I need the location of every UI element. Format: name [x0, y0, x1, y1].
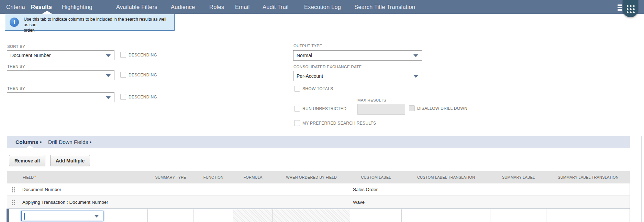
col-header-summary-label: SUMMARY LABEL [490, 171, 546, 183]
drag-handle-icon[interactable] [11, 187, 15, 192]
cell-custom-label-translation[interactable] [402, 209, 490, 222]
col-header-custom-label-translation: CUSTOM LABEL TRANSLATION [402, 171, 490, 183]
table-row[interactable]: Document Number Sales Order [7, 183, 630, 195]
subtab-drill-down-fields[interactable]: Drill Down Fields• [48, 136, 91, 148]
col-header-when-ordered-by-field: WHEN ORDERED BY FIELD [273, 171, 350, 183]
scrollbar-edge [641, 136, 642, 222]
show-totals-row: SHOW TOTALS [294, 86, 333, 92]
active-tab-caret-icon [42, 11, 52, 14]
disallow-drill-down-row: DISALLOW DRILL DOWN [409, 105, 467, 111]
then-by-label: THEN BY [7, 64, 25, 68]
cell-when-ordered-disabled [273, 209, 350, 222]
drag-handle-icon[interactable] [11, 199, 15, 205]
info-banner: i Use this tab to indicate columns to be… [5, 14, 175, 31]
my-preferred-search-results-label: MY PREFERRED SEARCH RESULTS [302, 121, 376, 126]
sort-by-dropdown[interactable]: Document Number [7, 50, 114, 60]
show-totals-label: SHOW TOTALS [302, 86, 333, 91]
my-preferred-search-results-checkbox[interactable] [294, 120, 300, 126]
tab-search-title-translation[interactable]: Search Title Translation [354, 0, 415, 14]
tab-email[interactable]: Email [235, 0, 249, 14]
remove-all-button[interactable]: Remove all [9, 155, 45, 166]
cell-summary-type[interactable] [148, 209, 193, 222]
required-asterisk: * [34, 175, 36, 180]
info-icon: i [10, 18, 19, 27]
edit-row-marker [7, 209, 9, 222]
tab-highlighting[interactable]: Highlighting [62, 0, 92, 14]
cell-custom-label[interactable]: Wave [350, 196, 402, 209]
descending-checkbox[interactable] [120, 52, 126, 58]
tab-bar: Criteria Results Highlighting Available … [0, 0, 644, 14]
max-results-label: MAX RESULTS [357, 98, 386, 102]
subtab-bar: Columns• Drill Down Fields• [7, 136, 630, 148]
sort-by-label: SORT BY [7, 44, 25, 49]
table-edit-row[interactable] [7, 209, 630, 222]
table-header-row: FIELD* SUMMARY TYPE FUNCTION FORMULA WHE… [7, 171, 630, 183]
tab-available-filters[interactable]: Available Filters [116, 0, 157, 14]
then-by-label: THEN BY [7, 86, 25, 91]
bullet: • [90, 139, 91, 145]
descending-checkbox[interactable] [120, 72, 126, 78]
col-header-summary-label-translation: SUMMARY LABEL TRANSLATION [546, 171, 630, 183]
tab-roles[interactable]: Roles [209, 0, 224, 14]
menu-lines-icon[interactable] [618, 4, 622, 12]
add-multiple-button[interactable]: Add Multiple [50, 155, 90, 166]
disallow-drill-down-checkbox[interactable] [409, 105, 415, 111]
descending-label: DESCENDING [129, 73, 157, 77]
cell-summary-label-translation[interactable] [546, 209, 630, 222]
then-by-dropdown-1[interactable] [7, 70, 114, 80]
bullet: • [40, 139, 42, 145]
tab-criteria[interactable]: Criteria [6, 0, 25, 14]
columns-table: FIELD* SUMMARY TYPE FUNCTION FORMULA WHE… [7, 171, 630, 222]
text-cursor [24, 213, 25, 220]
disallow-drill-down-label: DISALLOW DRILL DOWN [417, 106, 467, 111]
max-results-input[interactable] [357, 104, 405, 115]
cell-summary-label[interactable] [490, 209, 546, 222]
cell-function[interactable] [193, 209, 233, 222]
cell-field[interactable]: Applying Transaction : Document Number [20, 196, 148, 209]
show-totals-checkbox[interactable] [294, 86, 300, 92]
run-unrestricted-checkbox[interactable] [294, 106, 300, 112]
tab-audit-trail[interactable]: Audit Trail [263, 0, 289, 14]
sort-by-descending-row: DESCENDING [120, 52, 157, 58]
my-preferred-search-results-row: MY PREFERRED SEARCH RESULTS [294, 120, 376, 126]
cell-custom-label[interactable] [350, 209, 402, 222]
info-banner-text: Use this tab to indicate columns to be i… [24, 17, 171, 33]
descending-label: DESCENDING [129, 53, 157, 57]
output-type-label: OUTPUT TYPE [293, 44, 322, 48]
active-subtab-caret-icon [26, 145, 33, 148]
saved-search-results-page: Criteria Results Highlighting Available … [0, 0, 644, 222]
col-header-summary-type: SUMMARY TYPE [148, 171, 193, 183]
col-header-function: FUNCTION [193, 171, 233, 183]
output-options-section: OUTPUT TYPE Normal CONSOLIDATED EXCHANGE… [293, 44, 486, 130]
col-header-field: FIELD* [19, 171, 148, 183]
descending-checkbox[interactable] [120, 94, 126, 100]
cell-field[interactable]: Document Number [20, 183, 148, 195]
col-header-formula: FORMULA [233, 171, 273, 183]
table-row[interactable]: Applying Transaction : Document Number W… [7, 195, 630, 209]
cell-custom-label[interactable]: Sales Order [350, 183, 402, 195]
then-by-dropdown-2[interactable] [7, 92, 114, 102]
grid-icon [626, 4, 635, 13]
app-grid-button[interactable] [623, 0, 638, 17]
consolidated-exchange-rate-label: CONSOLIDATED EXCHANGE RATE [293, 65, 362, 69]
then-by-1-descending-row: DESCENDING [120, 72, 157, 78]
descending-label: DESCENDING [129, 95, 157, 99]
field-combo-input[interactable] [21, 211, 103, 221]
tab-audience[interactable]: Audience [171, 0, 195, 14]
run-unrestricted-label: RUN UNRESTRICTED [302, 106, 346, 111]
consolidated-exchange-rate-dropdown[interactable]: Per-Account [293, 71, 422, 81]
run-unrestricted-row: RUN UNRESTRICTED [294, 106, 346, 112]
output-type-dropdown[interactable]: Normal [293, 50, 422, 61]
col-header-custom-label: CUSTOM LABEL [350, 171, 402, 183]
cell-formula-disabled [233, 209, 273, 222]
then-by-2-descending-row: DESCENDING [120, 94, 157, 100]
tab-execution-log[interactable]: Execution Log [304, 0, 341, 14]
